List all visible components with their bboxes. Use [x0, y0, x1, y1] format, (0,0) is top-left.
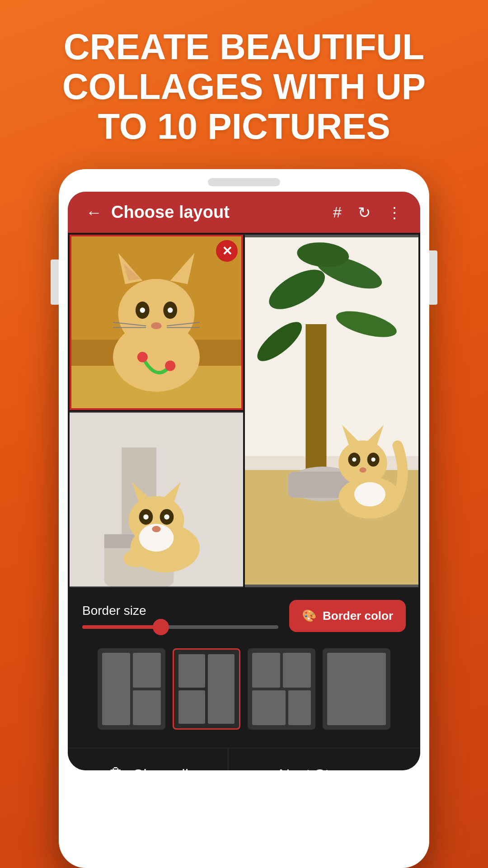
border-size-row: Border size 🎨 Border color [82, 600, 406, 632]
svg-point-34 [165, 550, 189, 567]
grid-right-col [245, 235, 418, 587]
border-size-label: Border size [82, 604, 278, 618]
hero-text: CREATE BEAUTIFUL COLLAGES WITH UP TO 10 … [26, 0, 462, 169]
svg-point-32 [152, 526, 160, 532]
border-size-section: Border size [82, 604, 278, 629]
svg-point-31 [164, 514, 169, 520]
layout-option-3[interactable] [248, 648, 315, 730]
phone-screen: ← Choose layout # ↻ ⋮ ✕ [68, 192, 420, 770]
next-step-button[interactable]: Next Step → [228, 749, 420, 771]
layout-mini-cell [178, 654, 205, 688]
hero-line1: CREATE BEAUTIFUL [64, 27, 424, 67]
slider-thumb[interactable] [153, 619, 169, 635]
svg-point-33 [123, 550, 148, 567]
svg-point-30 [143, 514, 149, 520]
cat2-photo [245, 235, 418, 587]
grid-cell-cat2[interactable] [245, 235, 418, 587]
bottom-controls: Border size 🎨 Border color [68, 589, 420, 748]
layout-mini-cell [283, 653, 311, 688]
layout-picker [82, 641, 406, 737]
svg-rect-39 [305, 324, 326, 481]
hero-line3: TO 10 PICTURES [98, 106, 390, 146]
bottom-bar: 🗑 Clear all Next Step → [68, 748, 420, 770]
layout-option-1[interactable] [98, 648, 165, 730]
layout-mini-row [102, 653, 161, 725]
border-color-label: Border color [323, 609, 393, 623]
trash-icon: 🗑 [107, 764, 125, 770]
cat1-photo [70, 235, 243, 410]
svg-point-48 [338, 440, 387, 486]
layout-mini-cell [252, 653, 280, 688]
back-button[interactable]: ← [86, 203, 102, 222]
svg-point-54 [352, 458, 356, 462]
next-step-label: Next Step [279, 766, 346, 770]
svg-point-18 [165, 360, 175, 371]
svg-point-11 [168, 307, 173, 313]
layout-mini-cell [133, 653, 161, 688]
refresh-icon[interactable]: ↻ [358, 203, 371, 222]
border-color-button[interactable]: 🎨 Border color [289, 600, 406, 632]
cat3-photo [70, 412, 243, 587]
grid-icon[interactable]: # [333, 203, 342, 221]
layout-mini-row [178, 654, 235, 724]
toolbar: ← Choose layout # ↻ ⋮ [68, 192, 420, 233]
svg-point-56 [359, 467, 366, 473]
grid-left-col: ✕ [70, 235, 243, 587]
more-icon[interactable]: ⋮ [387, 203, 402, 222]
layout-option-4[interactable] [323, 648, 390, 730]
clear-all-label: Clear all [132, 766, 189, 770]
arrow-right-icon: → [353, 765, 370, 771]
toolbar-icons: # ↻ ⋮ [333, 203, 402, 222]
toolbar-title: Choose layout [111, 203, 333, 222]
layout-mini-cell [102, 653, 130, 725]
phone-mockup: ← Choose layout # ↻ ⋮ ✕ [59, 169, 429, 868]
hero-line2: COLLAGES WITH UP [62, 66, 426, 107]
grid-cell-cat3[interactable] [70, 412, 243, 587]
photo-grid: ✕ [68, 233, 420, 589]
layout-mini-cell [252, 690, 286, 725]
svg-point-10 [140, 307, 145, 313]
svg-point-49 [354, 482, 385, 506]
svg-point-55 [371, 458, 375, 462]
border-color-icon: 🎨 [302, 609, 316, 623]
grid-cell-cat1[interactable]: ✕ [70, 235, 243, 410]
layout-mini-cell [327, 653, 386, 725]
layout-option-2[interactable] [173, 648, 240, 730]
layout-mini-cell [178, 690, 205, 724]
svg-point-12 [151, 322, 161, 329]
remove-photo-button[interactable]: ✕ [216, 240, 238, 262]
svg-point-17 [137, 352, 148, 362]
clear-all-button[interactable]: 🗑 Clear all [68, 748, 228, 770]
slider-fill [82, 625, 161, 629]
layout-mini-cell [208, 654, 235, 724]
layout-mini-cell [133, 690, 161, 725]
svg-point-4 [118, 279, 195, 349]
border-size-slider[interactable] [82, 625, 278, 629]
layout-mini-cell [288, 690, 311, 725]
phone-notch [208, 178, 280, 186]
